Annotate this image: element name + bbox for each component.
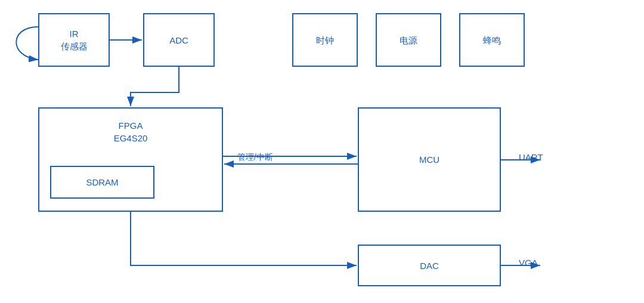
fpga-label: FPGA EG4S20 xyxy=(39,119,222,144)
vga-label: VGA xyxy=(519,258,538,268)
box-ir: IR 传感器 xyxy=(38,13,110,67)
box-sdram: SDRAM xyxy=(50,166,154,199)
manage-interrupt-label: 管理/中断 xyxy=(237,152,273,163)
box-dac: DAC xyxy=(358,245,501,286)
box-clock: 时钟 xyxy=(292,13,358,67)
box-mcu: MCU xyxy=(358,107,501,212)
ir-label: IR 传感器 xyxy=(61,27,88,52)
uart-label: UART xyxy=(519,152,543,162)
adc-label: ADC xyxy=(169,34,188,47)
power-label: 电源 xyxy=(400,34,417,47)
clock-label: 时钟 xyxy=(316,34,334,47)
sdram-label: SDRAM xyxy=(86,176,118,188)
mcu-label: MCU xyxy=(419,153,439,166)
diagram: IR 传感器 ADC 时钟 电源 蜂鸣 FPGA EG4S20 SDRAM MC… xyxy=(0,0,644,303)
box-buzzer: 蜂鸣 xyxy=(459,13,525,67)
buzzer-label: 蜂鸣 xyxy=(483,34,501,47)
box-power: 电源 xyxy=(376,13,441,67)
box-adc: ADC xyxy=(143,13,215,67)
dac-label: DAC xyxy=(420,259,439,272)
